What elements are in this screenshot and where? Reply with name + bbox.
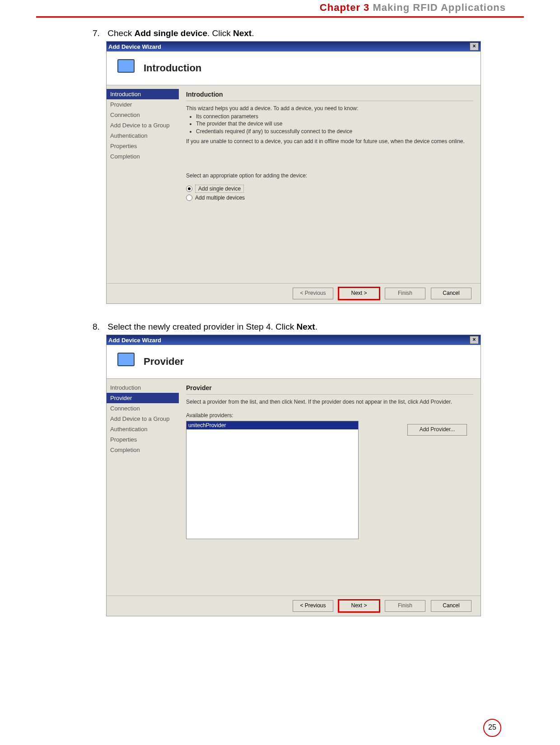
device-icon bbox=[115, 351, 136, 372]
cancel-button[interactable]: Cancel bbox=[431, 600, 471, 612]
button-bar: < Previous Next > Finish Cancel bbox=[107, 596, 481, 616]
wizard-header-title: Provider bbox=[144, 356, 184, 368]
section-divider bbox=[186, 101, 473, 101]
select-prompt: Select an appropriate option for adding … bbox=[186, 172, 473, 179]
button-bar: < Previous Next > Finish Cancel bbox=[107, 283, 481, 303]
nav-item-provider[interactable]: Provider bbox=[107, 99, 179, 110]
window-title: Add Device Wizard bbox=[108, 337, 161, 344]
header-rule bbox=[36, 16, 524, 18]
option-add-multiple[interactable]: Add multiple devices bbox=[186, 195, 473, 201]
device-icon bbox=[115, 57, 136, 79]
wizard-header: Introduction bbox=[107, 51, 481, 85]
step-7-text: 7. Check Add single device. Click Next. bbox=[93, 28, 506, 38]
nav-item-properties[interactable]: Properties bbox=[107, 141, 179, 151]
next-button[interactable]: Next > bbox=[339, 600, 379, 612]
nav-item-add-group[interactable]: Add Device to a Group bbox=[107, 120, 179, 130]
chapter-number: Chapter 3 bbox=[320, 2, 369, 13]
nav-item-introduction[interactable]: Introduction bbox=[107, 382, 179, 393]
back-button: < Previous bbox=[293, 288, 333, 299]
radio-icon[interactable] bbox=[186, 195, 192, 201]
section-divider bbox=[186, 394, 473, 395]
wizard-nav: Introduction Provider Connection Add Dev… bbox=[107, 379, 179, 596]
nav-item-add-group[interactable]: Add Device to a Group bbox=[107, 414, 179, 424]
wizard-header-title: Introduction bbox=[144, 62, 201, 74]
nav-item-completion[interactable]: Completion bbox=[107, 151, 179, 162]
section-title: Provider bbox=[186, 384, 473, 391]
chapter-title: Making RFID Applications bbox=[369, 2, 506, 13]
step-8-text: 8. Select the newly created provider in … bbox=[93, 322, 506, 332]
cancel-button[interactable]: Cancel bbox=[431, 288, 471, 299]
close-icon[interactable]: × bbox=[470, 42, 479, 51]
finish-button: Finish bbox=[385, 600, 425, 612]
wizard-nav: Introduction Provider Connection Add Dev… bbox=[107, 85, 179, 283]
titlebar: Add Device Wizard × bbox=[107, 335, 481, 345]
window-title: Add Device Wizard bbox=[108, 43, 161, 50]
titlebar: Add Device Wizard × bbox=[107, 42, 481, 51]
wizard-main: Introduction This wizard helps you add a… bbox=[179, 85, 481, 283]
wizard-screenshot-2: Add Device Wizard × Provider Introductio… bbox=[106, 335, 481, 616]
wizard-main: Provider Select a provider from the list… bbox=[179, 379, 481, 596]
next-button[interactable]: Next > bbox=[339, 288, 379, 299]
add-provider-button[interactable]: Add Provider... bbox=[407, 424, 467, 436]
nav-item-authentication[interactable]: Authentication bbox=[107, 130, 179, 141]
nav-item-connection[interactable]: Connection bbox=[107, 403, 179, 414]
nav-item-introduction[interactable]: Introduction bbox=[107, 89, 179, 99]
close-icon[interactable]: × bbox=[470, 336, 479, 344]
wizard-header: Provider bbox=[107, 345, 481, 379]
provider-list[interactable]: unitechProvider bbox=[186, 421, 359, 539]
option-label: Add multiple devices bbox=[195, 195, 245, 201]
finish-button: Finish bbox=[385, 288, 425, 299]
chapter-header: Chapter 3 Making RFID Applications bbox=[0, 0, 560, 16]
nav-item-provider[interactable]: Provider bbox=[107, 393, 179, 403]
back-button[interactable]: < Previous bbox=[293, 600, 333, 612]
radio-icon[interactable] bbox=[186, 186, 192, 192]
provider-list-item[interactable]: unitechProvider bbox=[187, 421, 358, 429]
page-number: 25 bbox=[483, 719, 501, 737]
section-title: Introduction bbox=[186, 91, 473, 98]
nav-item-completion[interactable]: Completion bbox=[107, 445, 179, 455]
wizard-screenshot-1: Add Device Wizard × Introduction Introdu… bbox=[106, 41, 481, 304]
nav-item-authentication[interactable]: Authentication bbox=[107, 424, 179, 434]
intro-blurb: This wizard helps you add a device. To a… bbox=[186, 105, 473, 145]
option-label: Add single device bbox=[195, 185, 244, 193]
available-label: Available providers: bbox=[186, 412, 473, 419]
provider-desc: Select a provider from the list, and the… bbox=[186, 398, 473, 405]
nav-item-connection[interactable]: Connection bbox=[107, 110, 179, 120]
nav-item-properties[interactable]: Properties bbox=[107, 434, 179, 445]
option-add-single[interactable]: Add single device bbox=[186, 185, 473, 193]
